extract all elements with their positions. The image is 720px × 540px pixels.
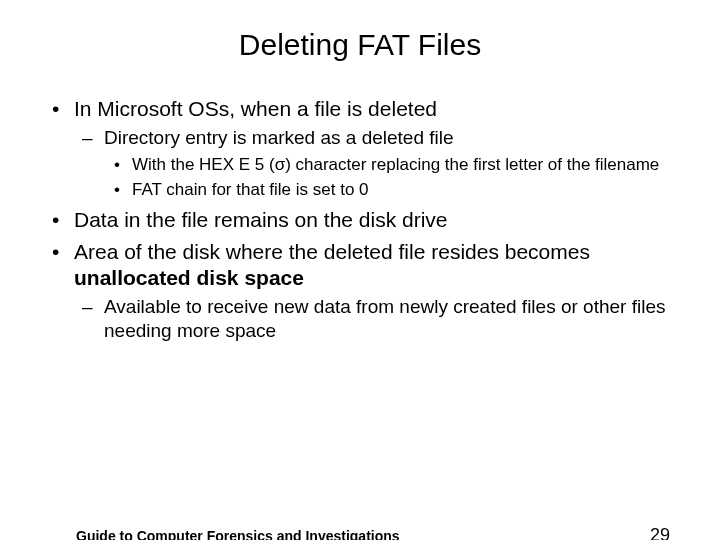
bullet-item: FAT chain for that file is set to 0	[104, 179, 672, 200]
bullet-text: With the HEX E 5 (σ) character replacing…	[132, 155, 659, 174]
bullet-text: Directory entry is marked as a deleted f…	[104, 127, 454, 148]
bullet-item: In Microsoft OSs, when a file is deleted…	[48, 96, 672, 201]
bullet-item: With the HEX E 5 (σ) character replacing…	[104, 154, 672, 175]
bullet-text: Available to receive new data from newly…	[104, 296, 665, 341]
bullet-text: FAT chain for that file is set to 0	[132, 180, 369, 199]
page-number: 29	[650, 525, 670, 540]
slide-footer: Guide to Computer Forensics and Investig…	[76, 525, 670, 540]
slide-body: In Microsoft OSs, when a file is deleted…	[0, 96, 720, 343]
footer-source: Guide to Computer Forensics and Investig…	[76, 528, 400, 540]
bullet-item: Data in the file remains on the disk dri…	[48, 207, 672, 233]
slide-title: Deleting FAT Files	[0, 28, 720, 62]
bullet-list: Directory entry is marked as a deleted f…	[74, 126, 672, 200]
bullet-text-bold: unallocated disk space	[74, 266, 304, 289]
slide: Deleting FAT Files In Microsoft OSs, whe…	[0, 28, 720, 540]
bullet-item: Area of the disk where the deleted file …	[48, 239, 672, 343]
bullet-text: Area of the disk where the deleted file …	[74, 240, 590, 263]
bullet-list: Available to receive new data from newly…	[74, 295, 672, 343]
bullet-list: In Microsoft OSs, when a file is deleted…	[48, 96, 672, 343]
bullet-item: Available to receive new data from newly…	[74, 295, 672, 343]
bullet-text: In Microsoft OSs, when a file is deleted	[74, 97, 437, 120]
bullet-text: Data in the file remains on the disk dri…	[74, 208, 448, 231]
bullet-item: Directory entry is marked as a deleted f…	[74, 126, 672, 200]
bullet-list: With the HEX E 5 (σ) character replacing…	[104, 154, 672, 201]
